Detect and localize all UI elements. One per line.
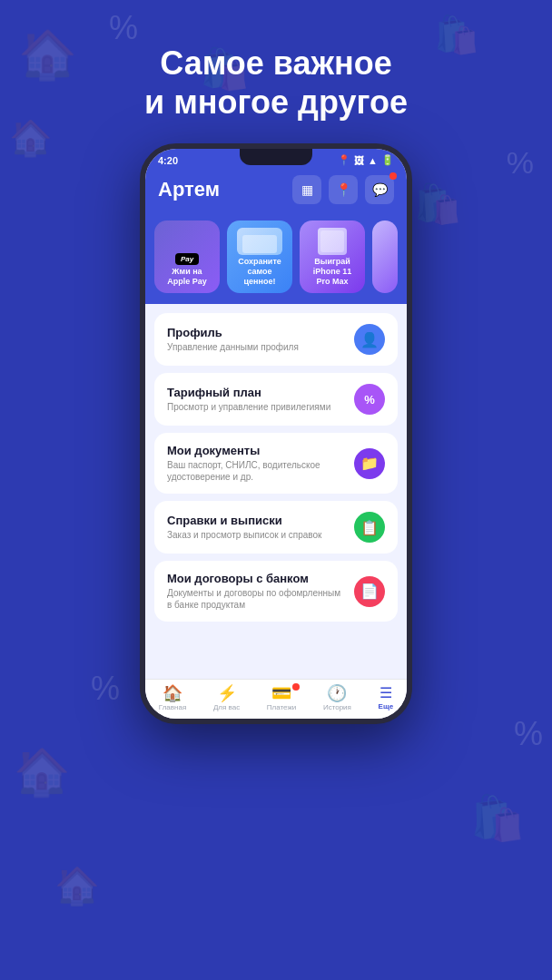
menu-item-documents-title: Мои документы — [167, 444, 347, 457]
phone-device: 4:20 📍 🖼 ▲ 🔋 Артем ▦ 📍 — [140, 143, 412, 724]
documents-icon: 📁 — [354, 448, 385, 479]
menu-item-documents-text: Мои документы Ваш паспорт, СНИЛС, водите… — [167, 444, 347, 483]
profile-icon: 👤 — [354, 324, 385, 355]
payments-icon: 💳 — [271, 685, 291, 701]
message-button[interactable]: 💬 — [365, 175, 394, 204]
message-icon: 💬 — [372, 182, 388, 197]
menu-item-tariff-title: Тарифный план — [167, 386, 330, 399]
app-header: Артем ▦ 📍 💬 — [145, 170, 407, 213]
more-icon: ☰ — [380, 686, 392, 701]
menu-list: Профиль Управление данными профиля 👤 Тар… — [145, 304, 407, 679]
payments-badge — [292, 683, 300, 691]
menu-item-statements-subtitle: Заказ и просмотр выписок и справок — [167, 529, 321, 541]
menu-item-statements-title: Справки и выписки — [167, 514, 321, 527]
pin-icon: 📍 — [336, 182, 351, 197]
menu-item-profile-subtitle: Управление данными профиля — [167, 341, 299, 353]
menu-item-tariff-subtitle: Просмотр и управление привилегиями — [167, 401, 330, 413]
battery-icon: 🔋 — [381, 154, 394, 166]
menu-item-contracts-title: Мои договоры с банком — [167, 572, 347, 585]
phone-notch — [240, 149, 312, 165]
nav-history[interactable]: 🕐 История — [323, 685, 351, 711]
header-action-icons: ▦ 📍 💬 — [292, 175, 394, 204]
phone-screen: 4:20 📍 🖼 ▲ 🔋 Артем ▦ 📍 — [145, 149, 407, 719]
foryou-icon: ⚡ — [217, 685, 237, 701]
apple-pay-logo: Pay — [175, 253, 199, 265]
banner-iphone-label: Выиграй iPhone 11 Pro Max — [307, 257, 358, 286]
banner-iphone[interactable]: Выиграй iPhone 11 Pro Max — [300, 220, 365, 293]
banner-scroll: Pay Жми на Apple Pay Сохраните самое цен… — [145, 213, 407, 304]
statements-icon: 📋 — [354, 512, 385, 543]
nav-more[interactable]: ☰ Еще — [379, 686, 394, 710]
menu-item-documents[interactable]: Мои документы Ваш паспорт, СНИЛС, водите… — [154, 433, 398, 494]
banner-applepay[interactable]: Pay Жми на Apple Pay — [154, 220, 220, 293]
banner-partial[interactable] — [372, 220, 398, 293]
location-icon: 📍 — [338, 154, 350, 166]
qr-icon: ▦ — [301, 182, 313, 197]
menu-item-statements[interactable]: Справки и выписки Заказ и просмотр выпис… — [154, 501, 398, 554]
menu-item-tariff-text: Тарифный план Просмотр и управление прив… — [167, 386, 330, 413]
menu-item-contracts-subtitle: Документы и договоры по офомрленным в ба… — [167, 587, 347, 611]
menu-item-profile-text: Профиль Управление данными профиля — [167, 326, 299, 353]
home-icon: 🏠 — [163, 685, 182, 701]
nav-foryou[interactable]: ⚡ Для вас — [213, 685, 240, 711]
contracts-icon: 📄 — [354, 576, 385, 607]
history-icon: 🕐 — [327, 685, 347, 701]
tariff-icon: % — [354, 384, 385, 415]
status-time: 4:20 — [158, 155, 178, 166]
status-icons: 📍 🖼 ▲ 🔋 — [338, 154, 394, 166]
nav-payments[interactable]: 💳 Платежи — [267, 685, 296, 711]
headline-line2: и многое другое — [0, 83, 552, 122]
menu-item-contracts[interactable]: Мои договоры с банком Документы и догово… — [154, 561, 398, 622]
message-badge — [389, 172, 397, 180]
user-name-label: Артем — [158, 178, 220, 201]
iphone-image — [318, 228, 347, 255]
bottom-navigation: 🏠 Главная ⚡ Для вас 💳 Платежи 🕐 История — [145, 679, 407, 719]
location-button[interactable]: 📍 — [329, 175, 358, 204]
page-headline: Самое важное и многое другое — [0, 0, 552, 143]
nav-history-label: История — [323, 703, 351, 711]
phone-mockup: 4:20 📍 🖼 ▲ 🔋 Артем ▦ 📍 — [0, 143, 552, 724]
menu-item-documents-subtitle: Ваш паспорт, СНИЛС, водительское удостов… — [167, 459, 347, 483]
qr-code-button[interactable]: ▦ — [292, 175, 321, 204]
nav-foryou-label: Для вас — [213, 703, 240, 711]
menu-item-tariff[interactable]: Тарифный план Просмотр и управление прив… — [154, 373, 398, 426]
banner-save-label: Сохраните самое ценное! — [234, 257, 285, 286]
banner-save[interactable]: Сохраните самое ценное! — [227, 220, 292, 293]
nav-payments-label: Платежи — [267, 703, 296, 711]
gallery-icon: 🖼 — [354, 155, 364, 166]
menu-item-statements-text: Справки и выписки Заказ и просмотр выпис… — [167, 514, 321, 541]
headline-line1: Самое важное — [0, 44, 552, 83]
nav-more-label: Еще — [379, 702, 394, 710]
menu-item-contracts-text: Мои договоры с банком Документы и догово… — [167, 572, 347, 611]
nav-home-label: Главная — [159, 703, 186, 711]
wifi-icon: ▲ — [368, 155, 378, 166]
menu-item-profile[interactable]: Профиль Управление данными профиля 👤 — [154, 313, 398, 366]
nav-home[interactable]: 🏠 Главная — [159, 685, 186, 711]
menu-item-profile-title: Профиль — [167, 326, 299, 339]
save-image — [237, 228, 282, 255]
banner-applepay-label: Жми на Apple Pay — [162, 267, 212, 287]
